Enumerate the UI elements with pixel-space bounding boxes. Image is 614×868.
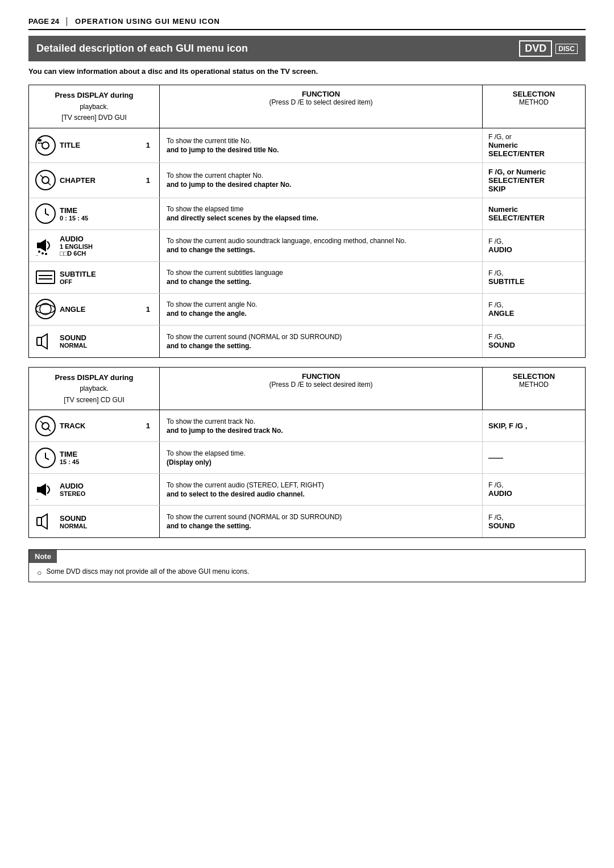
table-row: SOUND NORMAL To show the current sound (… [29,326,585,357]
sound-dvd-icon [35,331,56,352]
cd-time-cell: TIME 15 : 45 [29,442,160,473]
chapter-number: 1 [146,176,154,185]
svg-text:...: ... [36,253,39,256]
audio-dvd-func-cell: To show the current audio soundtrack lan… [160,230,483,261]
time-cell: TIME 0 : 15 : 45 [29,198,160,229]
sound-dvd-value: NORMAL [60,342,154,349]
cd-sound-cell: SOUND NORMAL [29,506,160,537]
svg-rect-16 [36,271,55,283]
section-heading: Detailed description of each GUI menu ic… [28,36,586,61]
track-func-cell: To show the current track No. and to jum… [160,410,483,441]
time-func-cell: To show the elapsed time and directly se… [160,198,483,229]
table-row: TITLE 1 To show the current title No. an… [29,128,585,163]
dvd-selection-sub: METHOD [489,98,578,106]
cd-table-header-row: Press DISPLAY during playback. [TV scree… [29,368,585,411]
svg-point-0 [36,136,55,155]
track-icon [35,415,56,437]
table-row: ... AUDIO 1 ENGLISH □□D 6CH To show the … [29,230,585,262]
audio-cell: ... AUDIO 1 ENGLISH □□D 6CH [29,230,160,261]
cd-selection-header: SELECTION [489,372,578,381]
svg-point-24 [36,416,55,436]
svg-point-19 [36,299,55,319]
time-icon [35,203,56,224]
subtitle-icon [35,266,56,288]
note-text: Some DVD discs may not provide all of th… [46,567,249,575]
dvd-function-header: FUNCTION [167,90,475,98]
cd-sound-value: NORMAL [60,523,154,529]
cd-press-display-cell: Press DISPLAY during playback. [TV scree… [29,368,160,411]
title-func-cell: To show the current title No. and to jum… [160,128,483,162]
svg-rect-3 [38,143,40,144]
subtitle-cell: SUBTITLE OFF [29,262,160,293]
cd-sound-func-cell: To show the current sound (NORMAL or 3D … [160,506,483,537]
audio-dvd-label: AUDIO [60,235,154,243]
time-sel-cell: Numeric SELECT/ENTER [483,198,585,229]
table-row: ... AUDIO STEREO To show the current aud… [29,474,585,506]
page-title: OPERATION USING GUI MENU ICON [75,17,220,26]
note-body: ○ Some DVD discs may not provide all of … [29,563,585,582]
cd-time-icon [35,447,56,469]
table-row: SUBTITLE OFF To show the current subtitl… [29,262,585,294]
dvd-press-display: Press DISPLAY during playback. [TV scree… [36,90,152,123]
cd-audio-label: AUDIO [60,482,154,490]
cd-audio-icon: ... [35,479,56,500]
title-number: 1 [146,141,154,149]
svg-marker-23 [42,334,47,349]
chapter-cell: CHAPTER 1 [29,163,160,198]
note-item: ○ Some DVD discs may not provide all of … [37,567,577,577]
svg-marker-33 [42,514,47,529]
svg-point-5 [36,170,55,190]
time-value: 0 : 15 : 45 [60,215,154,222]
audio-dvd-sel-cell: F /G, AUDIO [483,230,585,261]
svg-rect-4 [40,143,42,144]
table-row: TIME 15 : 45 To show the elapsed time. (… [29,442,585,474]
angle-label: ANGLE [60,305,143,314]
cd-audio-sel-cell: F /G, AUDIO [483,474,585,505]
svg-line-7 [40,175,44,178]
cd-gui-table: Press DISPLAY during playback. [TV scree… [28,367,586,539]
table-row: SOUND NORMAL To show the current sound (… [29,506,585,537]
dvd-selection-header-cell: SELECTION METHOD [483,85,585,128]
cd-press-display: Press DISPLAY during playback. [TV scree… [36,372,152,406]
sound-dvd-label: SOUND [60,333,154,342]
subtitle-func-cell: To show the current subtitles language a… [160,262,483,293]
audio-dvd-detail1: 1 ENGLISH [60,243,154,250]
cd-function-header: FUNCTION [167,372,475,381]
track-sel-cell: SKIP, F /G , [483,410,585,441]
chapter-label: CHAPTER [60,176,143,185]
svg-text:...: ... [36,497,39,500]
cd-selection-header-cell: SELECTION METHOD [483,368,585,411]
disc-logo: DISC [555,44,578,54]
cd-selection-sub: METHOD [489,381,578,389]
subtitle-value: OFF [60,278,154,285]
svg-point-14 [45,253,47,255]
cd-time-label: TIME [60,450,154,458]
page-header: PAGE 24 │ OPERATION USING GUI MENU ICON [28,17,586,30]
svg-marker-30 [40,483,46,496]
table-row: CHAPTER 1 To show the current chapter No… [29,163,585,198]
cd-sound-label: SOUND [60,514,154,523]
dvd-gui-table: Press DISPLAY during playback. [TV scree… [28,85,586,358]
cd-audio-detail: STEREO [60,490,154,497]
angle-number: 1 [146,305,154,314]
sound-dvd-func-cell: To show the current sound (NORMAL or 3D … [160,326,483,357]
chapter-func-cell: To show the current chapter No. and to j… [160,163,483,198]
angle-func-cell: To show the current angle No. and to cha… [160,294,483,325]
table-row: ANGLE 1 To show the current angle No. an… [29,294,585,326]
cd-sound-sel-cell: F /G, SOUND [483,506,585,537]
cd-time-sel-cell: —— [483,442,585,473]
cd-audio-func-cell: To show the current audio (STEREO, LEFT,… [160,474,483,505]
cd-sound-icon [35,511,56,532]
subtitle-label: SUBTITLE [60,270,154,278]
sound-dvd-cell: SOUND NORMAL [29,326,160,357]
cd-audio-cell: ... AUDIO STEREO [29,474,160,505]
angle-icon [35,298,56,320]
svg-rect-29 [37,487,40,493]
section-title: Detailed description of each GUI menu ic… [36,43,248,55]
page-number: PAGE 24 [28,17,59,26]
title-sel-cell: F /G, or Numeric SELECT/ENTER [483,128,585,162]
track-label: TRACK [60,422,143,430]
track-number: 1 [146,422,154,430]
cd-time-value: 15 : 45 [60,458,154,465]
sound-dvd-sel-cell: F /G, SOUND [483,326,585,357]
